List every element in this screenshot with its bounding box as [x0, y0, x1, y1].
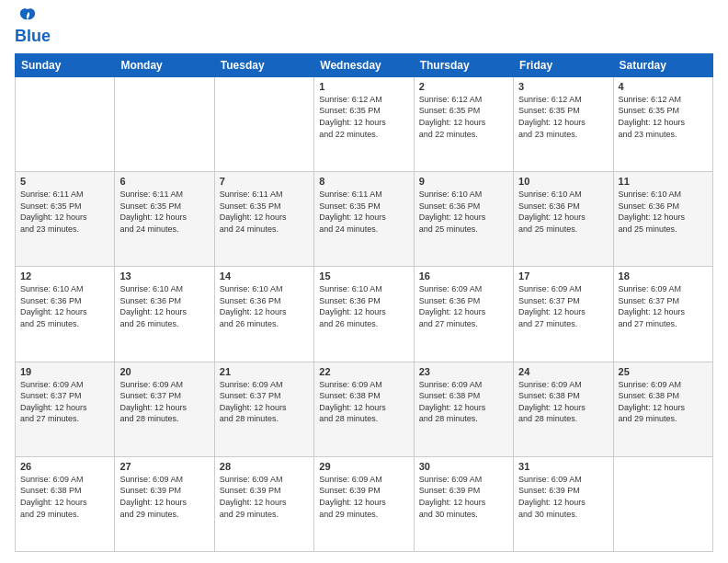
col-friday: Friday [514, 53, 613, 76]
day-info: Sunrise: 6:09 AM Sunset: 6:39 PM Dayligh… [419, 474, 508, 520]
calendar-cell: 2Sunrise: 6:12 AM Sunset: 6:35 PM Daylig… [414, 76, 513, 171]
calendar-table: Sunday Monday Tuesday Wednesday Thursday… [15, 53, 713, 552]
calendar-week-row: 1Sunrise: 6:12 AM Sunset: 6:35 PM Daylig… [16, 76, 713, 171]
calendar-cell: 1Sunrise: 6:12 AM Sunset: 6:35 PM Daylig… [314, 76, 414, 171]
day-info: Sunrise: 6:09 AM Sunset: 6:38 PM Dayligh… [419, 379, 508, 425]
col-tuesday: Tuesday [214, 53, 313, 76]
day-number: 10 [518, 176, 608, 187]
day-number: 6 [119, 176, 209, 187]
page: Blue Sunday Monday Tuesday Wednesday Thu… [0, 0, 728, 563]
day-info: Sunrise: 6:10 AM Sunset: 6:36 PM Dayligh… [619, 189, 708, 235]
calendar-week-row: 19Sunrise: 6:09 AM Sunset: 6:37 PM Dayli… [16, 362, 713, 456]
calendar-cell: 5Sunrise: 6:11 AM Sunset: 6:35 PM Daylig… [16, 172, 115, 267]
day-number: 29 [319, 461, 408, 472]
day-info: Sunrise: 6:10 AM Sunset: 6:36 PM Dayligh… [20, 283, 109, 329]
day-info: Sunrise: 6:09 AM Sunset: 6:36 PM Dayligh… [419, 283, 508, 329]
day-number: 23 [419, 366, 508, 377]
day-info: Sunrise: 6:09 AM Sunset: 6:37 PM Dayligh… [119, 379, 209, 425]
day-info: Sunrise: 6:10 AM Sunset: 6:36 PM Dayligh… [419, 189, 508, 235]
day-number: 28 [220, 461, 309, 472]
day-info: Sunrise: 6:12 AM Sunset: 6:35 PM Dayligh… [518, 94, 608, 140]
calendar-cell: 13Sunrise: 6:10 AM Sunset: 6:36 PM Dayli… [115, 267, 214, 362]
day-number: 24 [518, 366, 608, 377]
calendar-cell: 18Sunrise: 6:09 AM Sunset: 6:37 PM Dayli… [613, 267, 712, 362]
day-number: 22 [319, 366, 408, 377]
calendar-cell [613, 456, 712, 551]
col-wednesday: Wednesday [314, 53, 414, 76]
calendar-cell: 29Sunrise: 6:09 AM Sunset: 6:39 PM Dayli… [314, 456, 414, 551]
day-info: Sunrise: 6:09 AM Sunset: 6:38 PM Dayligh… [20, 474, 109, 520]
day-info: Sunrise: 6:09 AM Sunset: 6:37 PM Dayligh… [20, 379, 109, 425]
day-info: Sunrise: 6:09 AM Sunset: 6:39 PM Dayligh… [319, 474, 408, 520]
day-info: Sunrise: 6:10 AM Sunset: 6:36 PM Dayligh… [319, 283, 408, 329]
logo: Blue [15, 11, 51, 46]
day-number: 2 [419, 81, 508, 92]
calendar-cell: 21Sunrise: 6:09 AM Sunset: 6:37 PM Dayli… [214, 362, 313, 456]
calendar-cell: 28Sunrise: 6:09 AM Sunset: 6:39 PM Dayli… [214, 456, 313, 551]
day-info: Sunrise: 6:09 AM Sunset: 6:38 PM Dayligh… [619, 379, 708, 425]
calendar-cell [115, 76, 214, 171]
day-info: Sunrise: 6:09 AM Sunset: 6:37 PM Dayligh… [518, 283, 608, 329]
calendar-header-row: Sunday Monday Tuesday Wednesday Thursday… [16, 53, 713, 76]
calendar-cell: 15Sunrise: 6:10 AM Sunset: 6:36 PM Dayli… [314, 267, 414, 362]
day-number: 12 [20, 270, 109, 282]
col-thursday: Thursday [414, 53, 513, 76]
calendar-cell: 17Sunrise: 6:09 AM Sunset: 6:37 PM Dayli… [514, 267, 613, 362]
calendar-cell: 3Sunrise: 6:12 AM Sunset: 6:35 PM Daylig… [514, 76, 613, 171]
day-info: Sunrise: 6:09 AM Sunset: 6:39 PM Dayligh… [518, 474, 608, 520]
calendar-cell: 11Sunrise: 6:10 AM Sunset: 6:36 PM Dayli… [613, 172, 712, 267]
day-number: 17 [518, 270, 608, 282]
calendar-week-row: 26Sunrise: 6:09 AM Sunset: 6:38 PM Dayli… [16, 456, 713, 551]
day-number: 20 [119, 366, 209, 377]
calendar-cell [214, 76, 313, 171]
day-number: 11 [619, 176, 708, 187]
calendar-cell: 26Sunrise: 6:09 AM Sunset: 6:38 PM Dayli… [16, 456, 115, 551]
day-info: Sunrise: 6:11 AM Sunset: 6:35 PM Dayligh… [220, 189, 309, 235]
day-number: 1 [319, 81, 408, 92]
calendar-cell: 7Sunrise: 6:11 AM Sunset: 6:35 PM Daylig… [214, 172, 313, 267]
day-info: Sunrise: 6:09 AM Sunset: 6:37 PM Dayligh… [220, 379, 309, 425]
calendar-cell: 31Sunrise: 6:09 AM Sunset: 6:39 PM Dayli… [514, 456, 613, 551]
day-number: 5 [20, 176, 109, 187]
col-saturday: Saturday [613, 53, 712, 76]
calendar-cell: 20Sunrise: 6:09 AM Sunset: 6:37 PM Dayli… [115, 362, 214, 456]
day-info: Sunrise: 6:11 AM Sunset: 6:35 PM Dayligh… [20, 189, 109, 235]
day-number: 13 [119, 270, 209, 282]
day-info: Sunrise: 6:10 AM Sunset: 6:36 PM Dayligh… [119, 283, 209, 329]
calendar-cell: 4Sunrise: 6:12 AM Sunset: 6:35 PM Daylig… [613, 76, 712, 171]
logo-blue-text: Blue [15, 27, 51, 45]
calendar-week-row: 5Sunrise: 6:11 AM Sunset: 6:35 PM Daylig… [16, 172, 713, 267]
calendar-cell: 14Sunrise: 6:10 AM Sunset: 6:36 PM Dayli… [214, 267, 313, 362]
calendar-cell: 24Sunrise: 6:09 AM Sunset: 6:38 PM Dayli… [514, 362, 613, 456]
day-number: 26 [20, 461, 109, 472]
day-number: 3 [518, 81, 608, 92]
day-number: 9 [419, 176, 508, 187]
day-info: Sunrise: 6:11 AM Sunset: 6:35 PM Dayligh… [119, 189, 209, 235]
calendar-cell: 6Sunrise: 6:11 AM Sunset: 6:35 PM Daylig… [115, 172, 214, 267]
day-number: 4 [619, 81, 708, 92]
day-number: 25 [619, 366, 708, 377]
calendar-cell: 27Sunrise: 6:09 AM Sunset: 6:39 PM Dayli… [115, 456, 214, 551]
day-info: Sunrise: 6:10 AM Sunset: 6:36 PM Dayligh… [220, 283, 309, 329]
day-number: 15 [319, 270, 408, 282]
logo-bird-icon [18, 7, 37, 28]
calendar-cell: 16Sunrise: 6:09 AM Sunset: 6:36 PM Dayli… [414, 267, 513, 362]
day-number: 27 [119, 461, 209, 472]
day-number: 16 [419, 270, 508, 282]
col-monday: Monday [115, 53, 214, 76]
calendar-cell: 9Sunrise: 6:10 AM Sunset: 6:36 PM Daylig… [414, 172, 513, 267]
calendar-cell: 12Sunrise: 6:10 AM Sunset: 6:36 PM Dayli… [16, 267, 115, 362]
header: Blue [15, 11, 713, 46]
day-number: 21 [220, 366, 309, 377]
day-number: 7 [220, 176, 309, 187]
calendar-cell: 10Sunrise: 6:10 AM Sunset: 6:36 PM Dayli… [514, 172, 613, 267]
day-number: 19 [20, 366, 109, 377]
day-number: 30 [419, 461, 508, 472]
day-info: Sunrise: 6:09 AM Sunset: 6:38 PM Dayligh… [518, 379, 608, 425]
day-number: 31 [518, 461, 608, 472]
day-info: Sunrise: 6:11 AM Sunset: 6:35 PM Dayligh… [319, 189, 408, 235]
col-sunday: Sunday [16, 53, 115, 76]
day-info: Sunrise: 6:09 AM Sunset: 6:37 PM Dayligh… [619, 283, 708, 329]
day-number: 8 [319, 176, 408, 187]
day-info: Sunrise: 6:12 AM Sunset: 6:35 PM Dayligh… [319, 94, 408, 140]
